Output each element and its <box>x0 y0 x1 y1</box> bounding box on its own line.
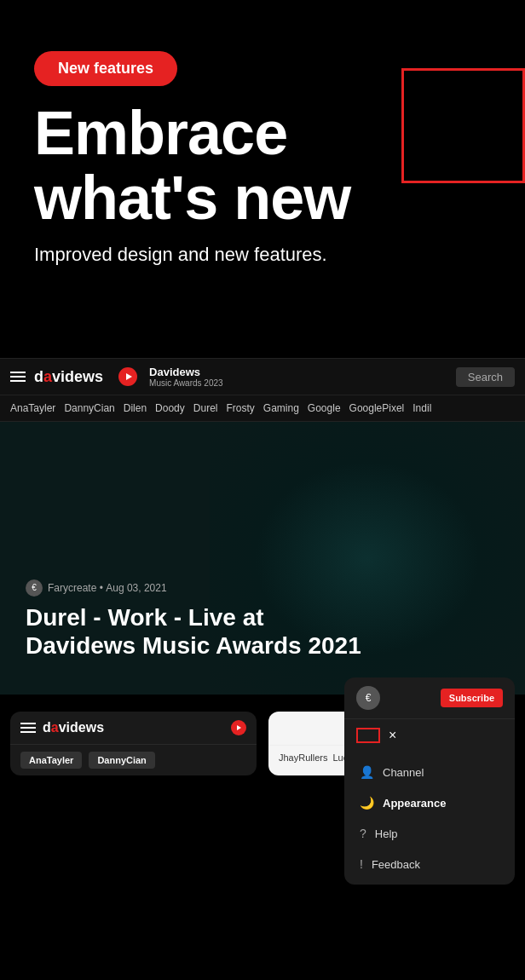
dark-hamburger-icon[interactable] <box>20 723 36 733</box>
menu-logo-rect <box>356 728 380 743</box>
channel-name: Farycreate <box>48 582 96 594</box>
menu-item-help[interactable]: ? Help <box>344 818 515 849</box>
logo-text: davidews <box>34 368 103 386</box>
hero-subtitle: Improved design and new features. <box>34 244 491 266</box>
tag-indil[interactable]: Indil <box>412 402 431 414</box>
brand-sub: Music Awards 2023 <box>149 378 223 388</box>
video-date-separator: • <box>96 582 106 594</box>
menu-item-appearance-label: Appearance <box>383 797 446 810</box>
dark-tags-row: AnaTayler DannyCian <box>10 745 257 775</box>
tags-row: AnaTayler DannyCian Dilen Doody Durel Fr… <box>0 395 525 421</box>
channel-icon: € <box>26 579 43 597</box>
browser-bar: davidews Davidews Music Awards 2023 Sear… <box>0 358 525 422</box>
menu-mockup: € Subscribe × 👤 Channel 🌙 Appearance ? H… <box>344 677 515 885</box>
tag-doody[interactable]: Doody <box>155 402 185 414</box>
video-meta: € Farycreate • Aug 03, 2021 <box>26 579 366 597</box>
video-section: € Farycreate • Aug 03, 2021 Durel - Work… <box>0 422 525 695</box>
feedback-icon: ! <box>360 857 363 871</box>
menu-items-list: 👤 Channel 🌙 Appearance ? Help ! Feedback <box>344 752 515 885</box>
dark-tag-dannycian[interactable]: DannyCian <box>89 752 154 769</box>
menu-item-channel[interactable]: 👤 Channel <box>344 757 515 787</box>
tag-dannycian[interactable]: DannyCian <box>64 402 114 414</box>
hamburger-icon[interactable] <box>10 372 26 382</box>
help-icon: ? <box>360 827 366 840</box>
brand-name-block: Davidews Music Awards 2023 <box>149 366 223 388</box>
tag-gaming[interactable]: Gaming <box>263 402 299 414</box>
search-box[interactable]: Search <box>456 367 515 387</box>
menu-close-area: × <box>344 719 515 752</box>
tag-google[interactable]: Google <box>308 402 341 414</box>
channel-icon-symbol: € <box>32 583 37 592</box>
menu-top-bar: € Subscribe <box>344 677 515 719</box>
video-date: Aug 03, 2021 <box>106 582 166 594</box>
video-title: Durel - Work - Live at Davidews Music Aw… <box>26 603 366 660</box>
channel-icon: 👤 <box>360 765 374 779</box>
play-icon[interactable] <box>118 367 137 386</box>
light-tag-jhayrullers[interactable]: JhayRullers <box>279 752 327 763</box>
menu-item-feedback-label: Feedback <box>372 858 420 871</box>
menu-item-help-label: Help <box>375 827 398 840</box>
dark-tag-anatayler[interactable]: AnaTayler <box>20 752 82 769</box>
tag-anatayler[interactable]: AnaTayler <box>10 402 55 414</box>
new-features-badge[interactable]: New features <box>34 51 177 86</box>
menu-avatar: € <box>356 686 380 710</box>
tag-frosty[interactable]: Frosty <box>226 402 254 414</box>
tag-durel[interactable]: Durel <box>193 402 218 414</box>
avatar-icon: € <box>366 692 372 704</box>
close-icon[interactable]: × <box>389 728 396 743</box>
appearance-icon: 🌙 <box>360 796 374 810</box>
browser-nav: davidews Davidews Music Awards 2023 Sear… <box>0 359 525 395</box>
dark-mockup-nav: davidews <box>10 712 257 745</box>
hero-section: New features Embracewhat's new Improved … <box>0 0 525 358</box>
subscribe-button[interactable]: Subscribe <box>441 689 503 707</box>
tag-googlepixel[interactable]: GooglePixel <box>349 402 405 414</box>
dark-mockup: davidews AnaTayler DannyCian <box>10 712 257 775</box>
hero-decoration-rect <box>401 68 525 183</box>
menu-item-feedback[interactable]: ! Feedback <box>344 849 515 879</box>
tag-dilen[interactable]: Dilen <box>124 402 147 414</box>
menu-item-appearance[interactable]: 🌙 Appearance <box>344 787 515 818</box>
video-info: € Farycreate • Aug 03, 2021 Durel - Work… <box>0 554 392 669</box>
dark-play-button[interactable] <box>231 720 246 735</box>
brand-title: Davidews <box>149 366 223 378</box>
dark-logo: davidews <box>43 720 104 735</box>
menu-item-channel-label: Channel <box>383 766 424 779</box>
